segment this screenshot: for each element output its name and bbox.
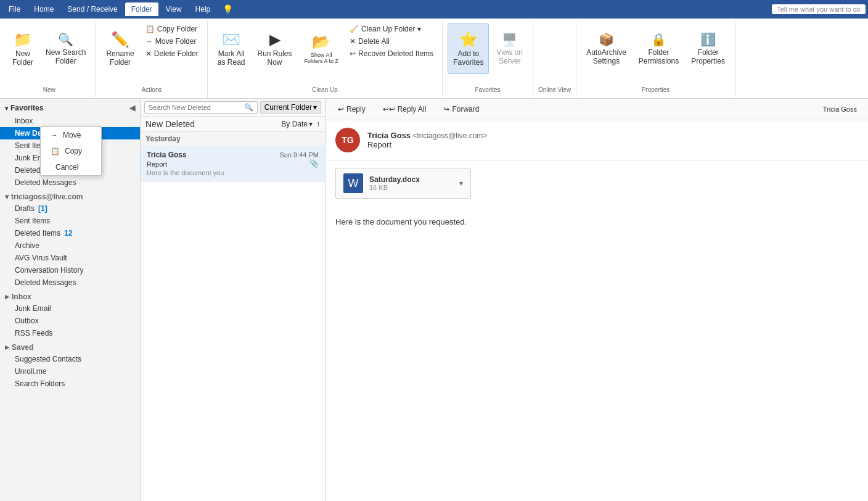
clean-up-folder-button[interactable]: 🧹 Clean Up Folder ▾ [346, 23, 437, 35]
new-search-folder-icon: 🔍 [58, 32, 73, 47]
sidebar-item-avg-virus-vault[interactable]: AVG Virus Vault [0, 252, 140, 264]
drafts-badge: [1] [38, 204, 47, 213]
email-item-1[interactable]: Tricia Goss Sun 9:44 PM Report Here is t… [141, 146, 325, 182]
copy-folder-icon: 📋 [145, 25, 155, 33]
mark-all-read-button[interactable]: ✉️ Mark Allas Read [213, 23, 250, 74]
new-folder-button[interactable]: 📁 NewFolder [7, 23, 38, 74]
view-on-server-icon: 🖥️ [502, 32, 517, 47]
sidebar-item-deleted-messages-2[interactable]: Deleted Messages [0, 276, 140, 289]
context-menu-copy[interactable]: 📋 Copy [41, 143, 101, 159]
menu-folder[interactable]: Folder [125, 2, 158, 16]
actions-small-col: 📋 Copy Folder → Move Folder ✕ Delete Fol… [142, 23, 202, 59]
rename-folder-button[interactable]: ✏️ RenameFolder [101, 23, 139, 74]
menu-help[interactable]: Help [189, 2, 217, 16]
delete-all-button[interactable]: ✕ Delete All [346, 36, 437, 47]
sidebar-item-suggested-contacts[interactable]: Suggested Contacts [0, 353, 140, 365]
sidebar-item-archive[interactable]: Archive [0, 239, 140, 252]
folder-permissions-icon: 🔒 [651, 32, 666, 47]
run-rules-label: Run RulesNow [258, 49, 292, 67]
email-search-box[interactable]: 🔍 [144, 101, 258, 114]
email-list-toolbar: 🔍 Current Folder ▾ [141, 99, 325, 117]
new-search-folder-button[interactable]: 🔍 New SearchFolder [41, 23, 91, 74]
menu-view[interactable]: View [160, 2, 188, 16]
ribbon-group-new-buttons: 📁 NewFolder 🔍 New SearchFolder [7, 23, 91, 85]
sidebar-item-rss-feeds[interactable]: RSS Feeds [0, 327, 140, 339]
current-folder-chevron: ▾ [313, 103, 317, 112]
delete-folder-icon: ✕ [145, 49, 152, 58]
show-all-folders-button[interactable]: 📂 Show AllFolders A to Z [300, 23, 344, 74]
move-folder-button[interactable]: → Move Folder [142, 36, 202, 47]
menu-file[interactable]: File [2, 2, 27, 16]
email-search-input[interactable] [149, 104, 244, 111]
sidebar-item-junk-email-2[interactable]: Junk Email [0, 302, 140, 315]
folder-permissions-button[interactable]: 🔒 FolderPermissions [634, 23, 684, 74]
hide-sidebar-button[interactable]: ◀ [129, 104, 135, 112]
copy-folder-label: Copy Folder [157, 25, 197, 33]
ribbon-group-actions: ✏️ RenameFolder 📋 Copy Folder → Move Fol… [96, 21, 207, 98]
sidebar-item-deleted-items[interactable]: Deleted Items 12 [0, 227, 140, 239]
reply-all-icon: ↩↩ [383, 105, 395, 114]
sort-by-date-button[interactable]: By Date ▾ [281, 120, 313, 128]
view-on-server-button[interactable]: 🖥️ View onServer [491, 23, 527, 74]
outbox-label: Outbox [15, 317, 39, 325]
ribbon-group-cleanup-label: Clean Up [312, 86, 338, 96]
sidebar-item-outbox[interactable]: Outbox [0, 315, 140, 327]
delete-all-label: Delete All [358, 37, 390, 46]
recover-deleted-label: Recover Deleted Items [358, 49, 433, 58]
reading-pane: ↩ Reply ↩↩ Reply All ↪ Forward Tricia Go… [326, 99, 868, 501]
forward-button[interactable]: ↪ Forward [437, 102, 485, 116]
menu-send-receive[interactable]: Send / Receive [61, 2, 123, 16]
context-menu-move[interactable]: → Move [41, 127, 101, 143]
sidebar-item-search-folders[interactable]: Search Folders [0, 378, 140, 390]
account-section-header[interactable]: ▾ triciagoss@live.com [0, 189, 140, 202]
date-group-yesterday: Yesterday [141, 132, 325, 146]
reply-all-button[interactable]: ↩↩ Reply All [377, 102, 433, 116]
search-box-menu[interactable]: Tell me what you want to do [772, 4, 866, 14]
account-header-label: triciagoss@live.com [11, 193, 83, 201]
account-chevron: ▾ [5, 193, 9, 201]
reply-all-label: Reply All [398, 105, 427, 114]
current-folder-dropdown[interactable]: Current Folder ▾ [260, 101, 321, 114]
attachment-dropdown-arrow[interactable]: ▾ [459, 179, 463, 188]
ribbon-group-properties-label: Properties [642, 86, 670, 96]
ribbon-group-favorites-label: Favorites [475, 86, 500, 96]
sort-chevron: ▾ [309, 120, 313, 128]
attachment-info: Saturday.docx 16 KB [369, 175, 453, 191]
avatar: TG [335, 128, 360, 152]
suggested-contacts-label: Suggested Contacts [15, 355, 81, 363]
context-menu-cancel[interactable]: Cancel [41, 159, 101, 175]
drafts-label: Drafts [15, 204, 35, 213]
email-sender: Tricia Goss [147, 151, 187, 159]
reply-label: Reply [346, 105, 366, 114]
email-body-preview: Here is the document you [147, 169, 319, 176]
attachment-card[interactable]: W Saturday.docx 16 KB ▾ [335, 168, 471, 199]
reply-icon: ↩ [338, 105, 344, 114]
sidebar-item-inbox[interactable]: Inbox [0, 115, 140, 127]
sidebar-item-deleted-messages-fav[interactable]: Deleted Messages [0, 176, 140, 189]
add-to-favorites-button[interactable]: ⭐ Add toFavorites [448, 23, 489, 74]
saved-sub-header[interactable]: ▶ Saved [0, 339, 140, 353]
attachment-name: Saturday.docx [369, 175, 453, 184]
inbox-sub-header[interactable]: ▶ Inbox [0, 289, 140, 302]
delete-folder-button[interactable]: ✕ Delete Folder [142, 48, 202, 59]
copy-folder-button[interactable]: 📋 Copy Folder [142, 23, 202, 35]
autoarchive-settings-button[interactable]: 📦 AutoArchiveSettings [581, 23, 631, 74]
sidebar-item-drafts[interactable]: Drafts [1] [0, 202, 140, 215]
sidebar-item-sent-items-2[interactable]: Sent Items [0, 215, 140, 227]
reply-button[interactable]: ↩ Reply [332, 102, 372, 116]
favorites-section-header[interactable]: ▾ Favorites ◀ [0, 101, 140, 115]
inbox-chevron: ▶ [5, 294, 9, 300]
recover-deleted-button[interactable]: ↩ Recover Deleted Items [346, 48, 437, 59]
sidebar-item-unroll-me[interactable]: Unroll.me [0, 365, 140, 378]
folder-title: New Deleted [145, 119, 195, 129]
rss-feeds-label: RSS Feeds [15, 329, 52, 337]
email-header-area: TG Tricia Goss <triciagoss@live.com> Rep… [326, 120, 868, 160]
folder-properties-button[interactable]: ℹ️ FolderProperties [686, 23, 730, 74]
run-rules-button[interactable]: ▶ Run RulesNow [253, 23, 297, 74]
sidebar-item-conversation-history[interactable]: Conversation History [0, 264, 140, 276]
archive-label: Archive [15, 241, 39, 250]
menu-home[interactable]: Home [28, 2, 60, 16]
sort-direction-icon[interactable]: ↑ [316, 120, 320, 128]
forward-label: Forward [452, 105, 479, 114]
clean-up-folder-label: Clean Up Folder ▾ [361, 25, 421, 33]
